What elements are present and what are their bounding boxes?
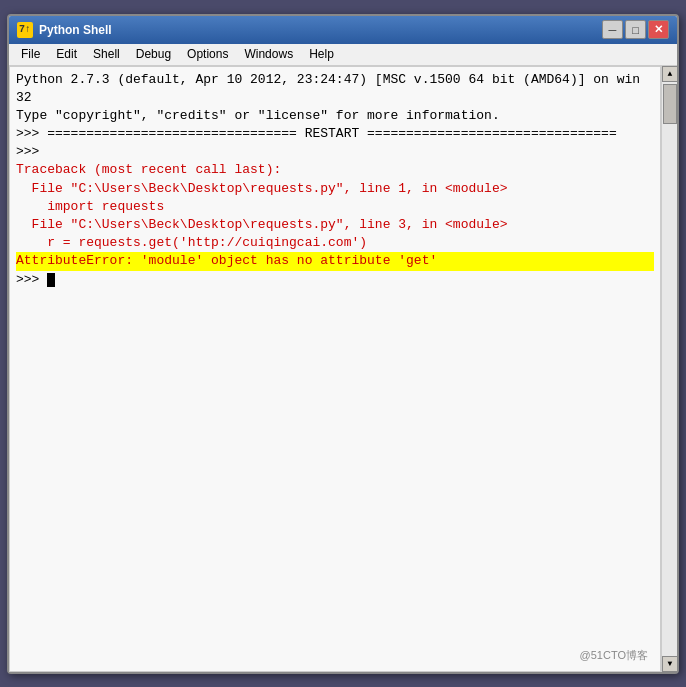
title-bar: 7↑ Python Shell ─ □ ✕: [9, 16, 677, 44]
scrollbar[interactable]: ▲ ▼: [661, 66, 677, 672]
content-area: Python 2.7.3 (default, Apr 10 2012, 23:2…: [9, 66, 677, 672]
scroll-up-button[interactable]: ▲: [662, 66, 677, 82]
menu-edit[interactable]: Edit: [48, 45, 85, 63]
menu-windows[interactable]: Windows: [236, 45, 301, 63]
shell-line-8: import requests: [16, 198, 654, 216]
shell-line-9: File "C:\Users\Beck\Desktop\requests.py"…: [16, 216, 654, 234]
close-button[interactable]: ✕: [648, 20, 669, 39]
shell-line-2: Type "copyright", "credits" or "license"…: [16, 107, 654, 125]
app-icon: 7↑: [17, 22, 33, 38]
shell-line-1: 32: [16, 89, 654, 107]
window-controls: ─ □ ✕: [602, 20, 669, 39]
minimize-button[interactable]: ─: [602, 20, 623, 39]
cursor: [47, 273, 55, 287]
maximize-button[interactable]: □: [625, 20, 646, 39]
watermark: @51CTO博客: [580, 648, 648, 663]
shell-output[interactable]: Python 2.7.3 (default, Apr 10 2012, 23:2…: [9, 66, 661, 672]
shell-line-3: >>> ================================ RES…: [16, 125, 654, 143]
shell-line-0: Python 2.7.3 (default, Apr 10 2012, 23:2…: [16, 71, 654, 89]
python-shell-window: 7↑ Python Shell ─ □ ✕ File Edit Shell De…: [7, 14, 679, 674]
menu-bar: File Edit Shell Debug Options Windows He…: [9, 44, 677, 66]
scroll-down-button[interactable]: ▼: [662, 656, 677, 672]
menu-options[interactable]: Options: [179, 45, 236, 63]
menu-shell[interactable]: Shell: [85, 45, 128, 63]
shell-line-6: Traceback (most recent call last):: [16, 161, 654, 179]
menu-help[interactable]: Help: [301, 45, 342, 63]
shell-line-10: r = requests.get('http://cuiqingcai.com'…: [16, 234, 654, 252]
shell-line-highlight: AttributeError: 'module' object has no a…: [16, 252, 654, 270]
menu-file[interactable]: File: [13, 45, 48, 63]
scroll-thumb[interactable]: [663, 84, 677, 124]
shell-line-4: >>>: [16, 143, 654, 161]
shell-text: Python 2.7.3 (default, Apr 10 2012, 23:2…: [16, 71, 654, 289]
window-title: Python Shell: [39, 23, 602, 37]
shell-prompt-line: >>>: [16, 271, 654, 289]
menu-debug[interactable]: Debug: [128, 45, 179, 63]
shell-line-7: File "C:\Users\Beck\Desktop\requests.py"…: [16, 180, 654, 198]
scroll-track[interactable]: [662, 82, 677, 656]
